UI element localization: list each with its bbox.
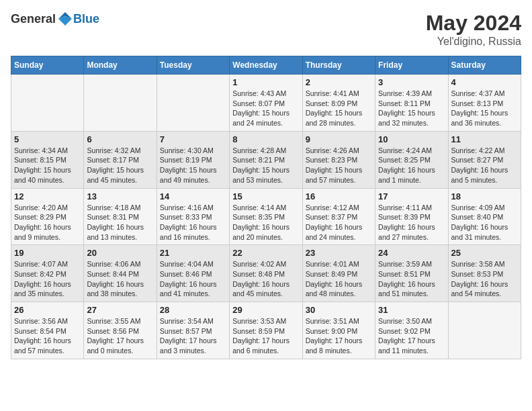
calendar-cell: 26Sunrise: 3:56 AM Sunset: 8:54 PM Dayli… — [11, 302, 84, 359]
calendar-cell: 12Sunrise: 4:20 AM Sunset: 8:29 PM Dayli… — [11, 188, 84, 245]
calendar-week-row: 12Sunrise: 4:20 AM Sunset: 8:29 PM Dayli… — [11, 188, 521, 245]
day-number: 2 — [306, 77, 372, 87]
day-number: 17 — [378, 191, 445, 201]
day-number: 12 — [14, 191, 81, 201]
location-title: Yel'digino, Russia — [426, 36, 521, 48]
day-info: Sunrise: 4:37 AM Sunset: 8:13 PM Dayligh… — [451, 89, 518, 128]
day-info: Sunrise: 4:16 AM Sunset: 8:33 PM Dayligh… — [160, 203, 226, 242]
day-info: Sunrise: 4:43 AM Sunset: 8:07 PM Dayligh… — [232, 89, 299, 128]
weekday-header: Friday — [375, 56, 448, 75]
day-number: 23 — [306, 248, 372, 258]
day-info: Sunrise: 4:11 AM Sunset: 8:39 PM Dayligh… — [378, 203, 445, 242]
day-number: 7 — [160, 134, 226, 144]
day-info: Sunrise: 3:59 AM Sunset: 8:51 PM Dayligh… — [378, 259, 445, 299]
calendar-cell: 21Sunrise: 4:04 AM Sunset: 8:46 PM Dayli… — [157, 245, 229, 302]
calendar-cell — [157, 75, 229, 132]
calendar-header: SundayMondayTuesdayWednesdayThursdayFrid… — [11, 56, 521, 75]
day-info: Sunrise: 3:53 AM Sunset: 8:59 PM Dayligh… — [232, 316, 299, 356]
calendar-cell — [11, 75, 84, 132]
calendar-cell: 14Sunrise: 4:16 AM Sunset: 8:33 PM Dayli… — [157, 188, 229, 245]
day-number: 20 — [87, 248, 153, 258]
calendar-cell: 20Sunrise: 4:06 AM Sunset: 8:44 PM Dayli… — [84, 245, 157, 302]
day-number: 8 — [232, 134, 299, 144]
calendar-cell: 24Sunrise: 3:59 AM Sunset: 8:51 PM Dayli… — [375, 245, 448, 302]
day-number: 5 — [14, 134, 81, 144]
month-title: May 2024 — [426, 11, 521, 36]
calendar-cell: 17Sunrise: 4:11 AM Sunset: 8:39 PM Dayli… — [375, 188, 448, 245]
weekday-header: Thursday — [302, 56, 375, 75]
calendar-cell: 18Sunrise: 4:09 AM Sunset: 8:40 PM Dayli… — [448, 188, 521, 245]
calendar-week-row: 26Sunrise: 3:56 AM Sunset: 8:54 PM Dayli… — [11, 302, 521, 359]
calendar-cell: 23Sunrise: 4:01 AM Sunset: 8:49 PM Dayli… — [302, 245, 375, 302]
day-info: Sunrise: 4:28 AM Sunset: 8:21 PM Dayligh… — [232, 146, 299, 185]
day-info: Sunrise: 4:34 AM Sunset: 8:15 PM Dayligh… — [14, 146, 81, 185]
day-info: Sunrise: 3:51 AM Sunset: 9:00 PM Dayligh… — [306, 316, 372, 356]
weekday-header: Wednesday — [230, 56, 302, 75]
day-number: 13 — [87, 191, 153, 201]
calendar-cell: 8Sunrise: 4:28 AM Sunset: 8:21 PM Daylig… — [230, 131, 302, 188]
calendar-cell: 16Sunrise: 4:12 AM Sunset: 8:37 PM Dayli… — [302, 188, 375, 245]
logo-general: General — [11, 12, 56, 26]
day-info: Sunrise: 3:58 AM Sunset: 8:53 PM Dayligh… — [451, 259, 518, 299]
calendar-cell: 2Sunrise: 4:41 AM Sunset: 8:09 PM Daylig… — [302, 75, 375, 132]
calendar-cell: 1Sunrise: 4:43 AM Sunset: 8:07 PM Daylig… — [230, 75, 302, 132]
weekday-header: Tuesday — [157, 56, 229, 75]
calendar-week-row: 1Sunrise: 4:43 AM Sunset: 8:07 PM Daylig… — [11, 75, 521, 132]
day-info: Sunrise: 4:12 AM Sunset: 8:37 PM Dayligh… — [306, 203, 372, 242]
calendar-cell: 19Sunrise: 4:07 AM Sunset: 8:42 PM Dayli… — [11, 245, 84, 302]
day-info: Sunrise: 4:04 AM Sunset: 8:46 PM Dayligh… — [160, 259, 226, 299]
calendar-cell: 31Sunrise: 3:50 AM Sunset: 9:02 PM Dayli… — [375, 302, 448, 359]
day-info: Sunrise: 4:01 AM Sunset: 8:49 PM Dayligh… — [306, 259, 372, 299]
day-info: Sunrise: 4:30 AM Sunset: 8:19 PM Dayligh… — [160, 146, 226, 185]
day-info: Sunrise: 3:56 AM Sunset: 8:54 PM Dayligh… — [14, 316, 81, 356]
calendar-cell: 4Sunrise: 4:37 AM Sunset: 8:13 PM Daylig… — [448, 75, 521, 132]
calendar-cell: 10Sunrise: 4:24 AM Sunset: 8:25 PM Dayli… — [375, 131, 448, 188]
day-number: 14 — [160, 191, 226, 201]
calendar-cell: 3Sunrise: 4:39 AM Sunset: 8:11 PM Daylig… — [375, 75, 448, 132]
day-info: Sunrise: 4:14 AM Sunset: 8:35 PM Dayligh… — [232, 203, 299, 242]
day-info: Sunrise: 4:02 AM Sunset: 8:48 PM Dayligh… — [232, 259, 299, 299]
calendar-cell: 29Sunrise: 3:53 AM Sunset: 8:59 PM Dayli… — [230, 302, 302, 359]
logo-icon — [57, 11, 73, 27]
calendar-cell: 11Sunrise: 4:22 AM Sunset: 8:27 PM Dayli… — [448, 131, 521, 188]
day-info: Sunrise: 4:07 AM Sunset: 8:42 PM Dayligh… — [14, 259, 81, 299]
day-number: 31 — [378, 305, 445, 315]
day-number: 22 — [232, 248, 299, 258]
day-number: 6 — [87, 134, 153, 144]
weekday-header-row: SundayMondayTuesdayWednesdayThursdayFrid… — [11, 56, 521, 75]
day-number: 18 — [451, 191, 518, 201]
day-number: 30 — [306, 305, 372, 315]
calendar-cell: 9Sunrise: 4:26 AM Sunset: 8:23 PM Daylig… — [302, 131, 375, 188]
weekday-header: Sunday — [11, 56, 84, 75]
day-number: 15 — [232, 191, 299, 201]
calendar-table: SundayMondayTuesdayWednesdayThursdayFrid… — [11, 56, 521, 359]
day-info: Sunrise: 4:18 AM Sunset: 8:31 PM Dayligh… — [87, 203, 153, 242]
calendar-cell: 5Sunrise: 4:34 AM Sunset: 8:15 PM Daylig… — [11, 131, 84, 188]
calendar-body: 1Sunrise: 4:43 AM Sunset: 8:07 PM Daylig… — [11, 75, 521, 359]
calendar-cell: 28Sunrise: 3:54 AM Sunset: 8:57 PM Dayli… — [157, 302, 229, 359]
calendar-cell — [448, 302, 521, 359]
day-info: Sunrise: 4:39 AM Sunset: 8:11 PM Dayligh… — [378, 89, 445, 128]
day-info: Sunrise: 3:54 AM Sunset: 8:57 PM Dayligh… — [160, 316, 226, 356]
day-info: Sunrise: 3:55 AM Sunset: 8:56 PM Dayligh… — [87, 316, 153, 356]
day-number: 24 — [378, 248, 445, 258]
calendar-week-row: 19Sunrise: 4:07 AM Sunset: 8:42 PM Dayli… — [11, 245, 521, 302]
day-info: Sunrise: 4:24 AM Sunset: 8:25 PM Dayligh… — [378, 146, 445, 185]
logo-blue: Blue — [73, 12, 99, 26]
day-number: 16 — [306, 191, 372, 201]
day-info: Sunrise: 4:09 AM Sunset: 8:40 PM Dayligh… — [451, 203, 518, 242]
weekday-header: Monday — [84, 56, 157, 75]
day-info: Sunrise: 4:41 AM Sunset: 8:09 PM Dayligh… — [306, 89, 372, 128]
day-info: Sunrise: 4:26 AM Sunset: 8:23 PM Dayligh… — [306, 146, 372, 185]
day-number: 11 — [451, 134, 518, 144]
calendar-cell — [84, 75, 157, 132]
logo: General Blue — [11, 11, 99, 27]
calendar-cell: 6Sunrise: 4:32 AM Sunset: 8:17 PM Daylig… — [84, 131, 157, 188]
calendar-cell: 27Sunrise: 3:55 AM Sunset: 8:56 PM Dayli… — [84, 302, 157, 359]
day-info: Sunrise: 4:06 AM Sunset: 8:44 PM Dayligh… — [87, 259, 153, 299]
title-block: May 2024 Yel'digino, Russia — [426, 11, 521, 48]
calendar-cell: 13Sunrise: 4:18 AM Sunset: 8:31 PM Dayli… — [84, 188, 157, 245]
calendar-cell: 15Sunrise: 4:14 AM Sunset: 8:35 PM Dayli… — [230, 188, 302, 245]
day-number: 29 — [232, 305, 299, 315]
day-info: Sunrise: 3:50 AM Sunset: 9:02 PM Dayligh… — [378, 316, 445, 356]
